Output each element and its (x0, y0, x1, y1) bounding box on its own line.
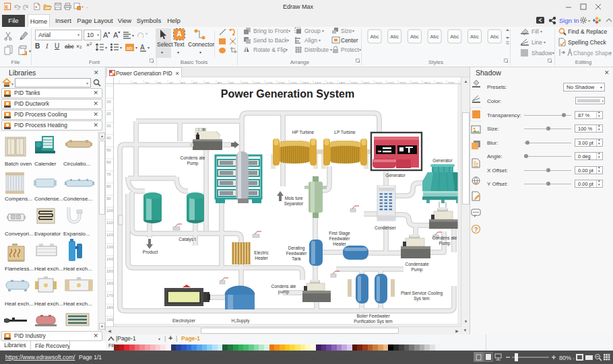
svg-text:Generator: Generator (385, 173, 406, 178)
svg-text:70: 70 (106, 172, 111, 176)
svg-text:Expansio...: Expansio... (63, 231, 90, 237)
svg-text:▾: ▾ (29, 49, 31, 53)
svg-text:Condens ate: Condens ate (432, 235, 457, 240)
svg-text:▾: ▾ (120, 46, 122, 50)
svg-text:Catalys t: Catalys t (179, 237, 195, 242)
svg-text:100: 100 (106, 209, 114, 213)
svg-text:Center: Center (341, 37, 358, 44)
svg-text:Compens...: Compens... (5, 196, 32, 202)
svg-text:▾: ▾ (322, 29, 324, 33)
svg-text:Rotate & Flip: Rotate & Flip (253, 46, 286, 53)
svg-text:180: 180 (106, 305, 114, 310)
svg-text:Bring to Front: Bring to Front (253, 28, 288, 34)
svg-text:Distribute: Distribute (304, 46, 329, 53)
svg-text:A: A (140, 44, 145, 51)
svg-text:ab: ab (127, 45, 133, 51)
svg-text:Heater: Heater (255, 256, 268, 260)
svg-text:Abc: Abc (490, 34, 499, 40)
svg-text:▾: ▾ (610, 51, 612, 55)
svg-text:Calender: Calender (34, 161, 57, 167)
svg-text:+: + (35, 5, 38, 9)
svg-text:160: 160 (106, 281, 114, 285)
svg-text:Heat exch...: Heat exch... (34, 301, 63, 307)
svg-text:▾: ▾ (288, 29, 290, 33)
svg-text:110: 110 (106, 221, 113, 225)
svg-text:Heater: Heater (333, 242, 346, 246)
svg-text:Abc: Abc (370, 34, 379, 40)
svg-text:Condense...: Condense... (63, 196, 92, 202)
svg-text:Abc: Abc (410, 34, 419, 40)
svg-text:▾: ▾ (11, 82, 13, 86)
svg-text:Feedwater: Feedwater (286, 251, 308, 256)
svg-text:▾: ▾ (588, 19, 590, 23)
svg-text:▾: ▾ (359, 48, 361, 52)
svg-text:▾: ▾ (19, 5, 21, 9)
svg-text:Condense...: Condense... (34, 196, 63, 202)
svg-text:Derating: Derating (288, 246, 305, 251)
svg-text:Tank: Tank (292, 256, 301, 261)
svg-text:Batch oven: Batch oven (5, 161, 32, 167)
svg-text:Fill: Fill (531, 28, 539, 35)
svg-text:▾: ▾ (82, 5, 84, 9)
svg-text:60: 60 (106, 160, 111, 164)
svg-text:Abc: Abc (430, 34, 439, 40)
svg-text:▾: ▾ (287, 38, 289, 42)
svg-text:Abc: Abc (390, 34, 399, 40)
svg-text:80%: 80% (559, 355, 571, 361)
svg-text:▾: ▾ (352, 29, 354, 33)
svg-text:150: 150 (106, 269, 114, 273)
svg-text:10: 10 (106, 100, 111, 104)
svg-text:Send to Back: Send to Back (253, 37, 288, 44)
svg-text:?: ? (474, 226, 478, 233)
svg-text:Pump: Pump (412, 267, 423, 272)
svg-text:90: 90 (106, 196, 111, 201)
svg-text:Heat exch...: Heat exch... (34, 266, 63, 272)
svg-text:HP Turbine: HP Turbine (292, 130, 315, 135)
svg-text:Size: Size (341, 28, 352, 34)
svg-text:▾: ▾ (552, 51, 554, 55)
svg-text:Electrolyzer: Electrolyzer (172, 318, 196, 324)
svg-text:170: 170 (106, 293, 114, 297)
svg-text:Group: Group (304, 28, 321, 34)
svg-text:▾: ▾ (286, 48, 288, 52)
svg-text:Spelling Check: Spelling Check (568, 39, 606, 46)
svg-text:Generator: Generator (432, 158, 453, 163)
svg-text:Align: Align (304, 37, 317, 44)
svg-text:Feedwater: Feedwater (329, 236, 351, 241)
svg-text:Change Shape: Change Shape (573, 50, 612, 57)
svg-text:Plant Service Cooling: Plant Service Cooling (401, 291, 443, 296)
svg-text:40: 40 (106, 136, 111, 140)
svg-text:LP Turbine: LP Turbine (334, 130, 356, 135)
svg-text:pump: pump (278, 289, 290, 295)
svg-text:E: E (5, 4, 9, 10)
svg-text:⌄: ⌄ (86, 5, 89, 9)
svg-text:190: 190 (106, 318, 114, 322)
svg-text:Sys tem: Sys tem (414, 296, 429, 301)
svg-text:Separator: Separator (284, 201, 304, 207)
svg-text:▾: ▾ (330, 48, 332, 52)
svg-text:▾: ▾ (132, 34, 134, 38)
svg-text:Circulatio...: Circulatio... (63, 161, 90, 167)
svg-text:Heat exch...: Heat exch... (63, 301, 92, 307)
svg-text:Pump: Pump (187, 161, 199, 166)
svg-text:▾: ▾ (105, 46, 107, 50)
svg-text:130: 130 (106, 245, 114, 249)
svg-text:▾: ▾ (319, 38, 321, 42)
svg-text:Mois ture: Mois ture (285, 196, 303, 201)
svg-text:▾: ▾ (148, 46, 150, 50)
svg-text:Heat exch...: Heat exch... (63, 266, 92, 272)
svg-text:H₂Supply: H₂Supply (231, 318, 250, 324)
svg-text:120: 120 (106, 233, 114, 237)
svg-text:Condens ate: Condens ate (181, 155, 205, 160)
svg-text:Power Generation System: Power Generation System (221, 88, 354, 100)
svg-text:Condensate: Condensate (405, 262, 428, 266)
svg-text:Line: Line (531, 39, 542, 46)
svg-text:Protect: Protect (341, 46, 360, 53)
svg-text:20: 20 (106, 112, 111, 116)
svg-text:Evaporator: Evaporator (34, 231, 61, 237)
svg-text:Heat exch...: Heat exch... (5, 301, 34, 307)
svg-text:Electric: Electric (254, 250, 269, 255)
svg-text:Condens ate: Condens ate (271, 284, 296, 289)
svg-text:Product: Product (143, 250, 158, 254)
svg-text:Shadow: Shadow (531, 50, 553, 57)
